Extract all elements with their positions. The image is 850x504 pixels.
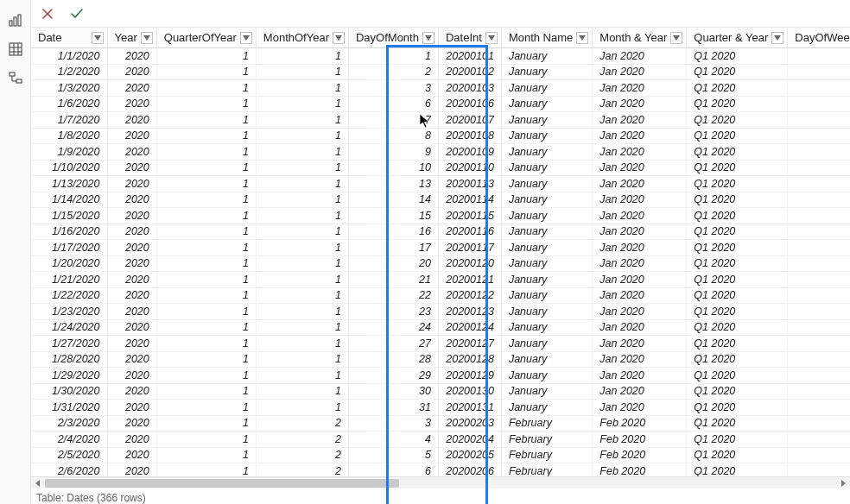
horizontal-scrollbar[interactable]: [31, 476, 850, 488]
cell-dayofmonth[interactable]: 20: [348, 255, 438, 272]
cell-monthofyear[interactable]: 1: [256, 176, 348, 192]
cell-quarteryear[interactable]: Q1 2020: [687, 224, 788, 240]
cell-monthname[interactable]: January: [501, 240, 592, 256]
cell-monthyear[interactable]: Jan 2020: [593, 160, 687, 176]
table-row[interactable]: 1/7/2020202011720200107JanuaryJan 2020Q1…: [31, 112, 850, 129]
table-row[interactable]: 1/1/2020202011120200101JanuaryJan 2020Q1…: [31, 48, 850, 65]
cell-monthyear[interactable]: Jan 2020: [593, 128, 687, 144]
cell-dayofmonth[interactable]: 24: [348, 319, 438, 336]
report-view-button[interactable]: [0, 5, 30, 35]
table-row[interactable]: 1/20/20202020112020200120JanuaryJan 2020…: [31, 255, 850, 272]
table-row[interactable]: 1/3/2020202011320200103JanuaryJan 2020Q1…: [31, 80, 850, 97]
cell-dayofmonth[interactable]: 4: [348, 432, 438, 448]
filter-dropdown-icon[interactable]: [240, 32, 252, 44]
cell-monthyear[interactable]: Feb 2020: [593, 415, 687, 432]
cell-monthofyear[interactable]: 1: [256, 80, 348, 97]
cell-dayofmonth[interactable]: 9: [348, 144, 438, 161]
filter-dropdown-icon[interactable]: [92, 32, 104, 44]
cell-dayofweek[interactable]: 2: [788, 192, 850, 208]
cell-monthofyear[interactable]: 1: [256, 48, 348, 65]
cell-year[interactable]: 2020: [107, 208, 156, 224]
model-view-button[interactable]: [0, 64, 30, 93]
cell-monthyear[interactable]: Jan 2020: [593, 351, 687, 368]
cell-dayofmonth[interactable]: 8: [348, 128, 438, 144]
table-row[interactable]: 1/27/20202020112720200127JanuaryJan 2020…: [31, 336, 850, 352]
cell-quarterofyear[interactable]: 1: [156, 48, 256, 65]
cell-date[interactable]: 1/27/2020: [31, 336, 107, 352]
cell-quarterofyear[interactable]: 1: [156, 319, 256, 336]
cell-monthyear[interactable]: Jan 2020: [593, 287, 687, 304]
cell-dateint[interactable]: 20200205: [438, 447, 501, 463]
cell-quarterofyear[interactable]: 1: [156, 415, 256, 432]
cell-dayofweek[interactable]: 4: [788, 224, 850, 240]
cell-dayofweek[interactable]: 1: [788, 415, 850, 432]
cell-dateint[interactable]: 20200121: [438, 272, 501, 288]
cell-dayofmonth[interactable]: 28: [348, 351, 438, 368]
table-row[interactable]: 1/13/20202020111320200113JanuaryJan 2020…: [31, 176, 850, 192]
cell-dateint[interactable]: 20200107: [438, 112, 501, 129]
cell-quarteryear[interactable]: Q1 2020: [687, 80, 788, 97]
cell-monthofyear[interactable]: 1: [256, 351, 348, 368]
table-row[interactable]: 1/9/2020202011920200109JanuaryJan 2020Q1…: [31, 144, 850, 161]
cell-dayofmonth[interactable]: 22: [348, 287, 438, 304]
cell-quarterofyear[interactable]: 1: [156, 224, 256, 240]
cell-quarteryear[interactable]: Q1 2020: [687, 128, 788, 144]
cell-monthofyear[interactable]: 1: [256, 272, 348, 288]
cell-dateint[interactable]: 20200203: [438, 415, 501, 432]
cell-dayofweek[interactable]: 2: [788, 351, 850, 368]
column-header-date[interactable]: Date: [31, 28, 107, 48]
cell-monthofyear[interactable]: 2: [256, 432, 348, 448]
table-row[interactable]: 1/15/20202020111520200115JanuaryJan 2020…: [31, 208, 850, 224]
table-row[interactable]: 1/16/20202020111620200116JanuaryJan 2020…: [31, 224, 850, 240]
cell-dayofweek[interactable]: 3: [788, 128, 850, 144]
cell-quarterofyear[interactable]: 1: [156, 400, 256, 416]
cell-date[interactable]: 1/21/2020: [31, 272, 107, 288]
filter-dropdown-icon[interactable]: [670, 32, 682, 44]
cell-dateint[interactable]: 20200101: [438, 48, 501, 65]
cell-date[interactable]: 1/30/2020: [31, 383, 107, 400]
cell-quarteryear[interactable]: Q1 2020: [687, 272, 788, 288]
cell-quarteryear[interactable]: Q1 2020: [687, 112, 788, 129]
table-row[interactable]: 1/31/20202020113120200131JanuaryJan 2020…: [31, 400, 850, 416]
cell-dayofweek[interactable]: 4: [788, 144, 850, 161]
cell-quarterofyear[interactable]: 1: [156, 64, 256, 80]
table-row[interactable]: 1/6/2020202011620200106JanuaryJan 2020Q1…: [31, 96, 850, 112]
cell-quarteryear[interactable]: Q1 2020: [687, 144, 788, 161]
cell-year[interactable]: 2020: [107, 351, 156, 368]
cell-monthname[interactable]: February: [501, 447, 592, 463]
cell-monthname[interactable]: February: [501, 415, 592, 432]
table-row[interactable]: 1/30/20202020113020200130JanuaryJan 2020…: [31, 383, 850, 400]
cell-monthofyear[interactable]: 1: [256, 144, 348, 161]
cell-quarterofyear[interactable]: 1: [156, 208, 256, 224]
cell-dayofmonth[interactable]: 16: [348, 224, 438, 240]
cell-dayofweek[interactable]: 2: [788, 272, 850, 288]
cell-monthyear[interactable]: Jan 2020: [593, 144, 687, 161]
table-row[interactable]: 2/3/2020202012320200203FebruaryFeb 2020Q…: [31, 415, 850, 432]
cell-year[interactable]: 2020: [107, 272, 156, 288]
cell-monthofyear[interactable]: 1: [256, 304, 348, 320]
cell-dateint[interactable]: 20200120: [438, 255, 501, 272]
column-header-monthofyear[interactable]: MonthOfYear: [256, 28, 348, 48]
column-header-dateint[interactable]: DateInt: [438, 28, 501, 48]
cell-quarterofyear[interactable]: 1: [156, 432, 256, 448]
cell-year[interactable]: 2020: [107, 368, 156, 384]
cell-dayofweek[interactable]: 3: [788, 208, 850, 224]
cell-date[interactable]: 1/14/2020: [31, 192, 107, 208]
cell-dateint[interactable]: 20200124: [438, 319, 501, 336]
cell-dayofmonth[interactable]: 2: [348, 64, 438, 80]
cell-year[interactable]: 2020: [107, 176, 156, 192]
formula-cancel-button[interactable]: [38, 4, 57, 23]
cell-quarteryear[interactable]: Q1 2020: [687, 319, 788, 336]
cell-year[interactable]: 2020: [107, 304, 156, 320]
table-row[interactable]: 1/22/20202020112220200122JanuaryJan 2020…: [31, 287, 850, 304]
cell-dayofweek[interactable]: 5: [788, 80, 850, 97]
cell-year[interactable]: 2020: [107, 240, 156, 256]
cell-date[interactable]: 2/4/2020: [31, 432, 107, 448]
cell-date[interactable]: 1/7/2020: [31, 112, 107, 129]
cell-quarteryear[interactable]: Q1 2020: [687, 287, 788, 304]
cell-quarteryear[interactable]: Q1 2020: [687, 48, 788, 65]
cell-dateint[interactable]: 20200113: [438, 176, 501, 192]
cell-dayofmonth[interactable]: 27: [348, 336, 438, 352]
cell-quarteryear[interactable]: Q1 2020: [687, 383, 788, 400]
table-row[interactable]: 1/21/20202020112120200121JanuaryJan 2020…: [31, 272, 850, 288]
